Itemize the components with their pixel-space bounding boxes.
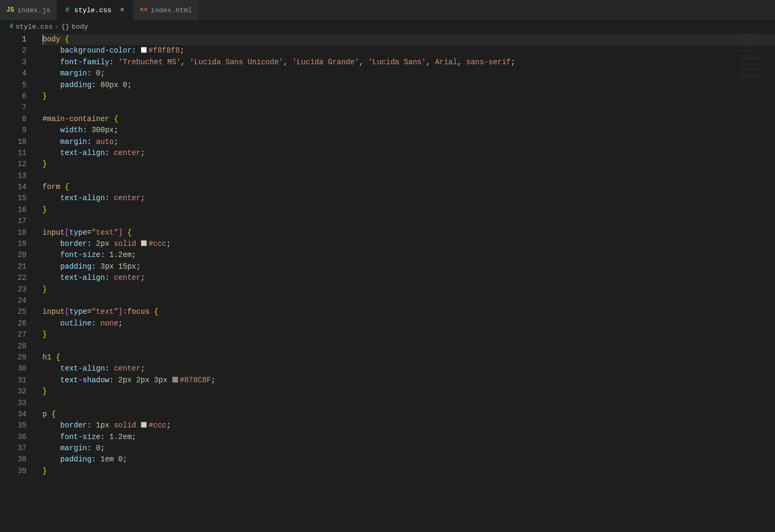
line-number: 11	[0, 148, 27, 159]
line-number: 17	[0, 216, 27, 227]
line-number: 19	[0, 238, 27, 250]
line-number: 7	[0, 102, 27, 113]
line-number: 16	[0, 204, 27, 216]
code-line[interactable]	[42, 102, 775, 113]
code-line[interactable]: background-color: #f8f8f8;	[42, 45, 775, 56]
breadcrumb[interactable]: # style.css › {} body	[0, 20, 775, 33]
code-line[interactable]: width: 300px;	[42, 125, 775, 136]
line-number: 8	[0, 114, 27, 125]
line-number: 37	[0, 443, 27, 454]
text-cursor	[42, 35, 43, 45]
code-line[interactable]: padding: 1em 0;	[42, 454, 775, 465]
code-line[interactable]: h1 {	[42, 352, 775, 363]
line-number: 38	[0, 454, 27, 465]
code-line[interactable]: border: 2px solid #ccc;	[42, 238, 775, 250]
code-line[interactable]: body {	[42, 34, 775, 45]
html-icon: <>	[140, 6, 147, 14]
line-number: 3	[0, 57, 27, 68]
gutter: 1234567891011121314151617181920212223242…	[0, 33, 36, 532]
breadcrumb-symbol: body	[72, 23, 88, 31]
line-number: 22	[0, 272, 27, 284]
line-number: 9	[0, 125, 27, 136]
code-line[interactable]: input[type="text"]:focus {	[42, 306, 775, 318]
line-number: 23	[0, 284, 27, 295]
line-number: 5	[0, 80, 27, 91]
code-line[interactable]	[42, 295, 775, 306]
line-number: 26	[0, 318, 27, 329]
line-number: 10	[0, 136, 27, 148]
code-line[interactable]	[42, 341, 775, 352]
css-icon: #	[64, 6, 71, 14]
code-line[interactable]: text-shadow: 2px 2px 3px #878C8F;	[42, 375, 775, 386]
tab-label: style.css	[74, 6, 111, 14]
line-number: 24	[0, 295, 27, 306]
code-line[interactable]: text-align: center;	[42, 148, 775, 159]
code-line[interactable]: margin: auto;	[42, 136, 775, 148]
tab-style-css[interactable]: # style.css ×	[57, 0, 134, 20]
code-line[interactable]: border: 1px solid #ccc;	[42, 420, 775, 431]
code-line[interactable]: }	[42, 159, 775, 170]
js-icon: JS	[6, 6, 14, 14]
tab-label: index.html	[151, 6, 192, 14]
line-number: 30	[0, 363, 27, 374]
code-line[interactable]: padding: 80px 0;	[42, 80, 775, 91]
minimap[interactable]	[736, 33, 768, 532]
tab-bar: JS index.js # style.css × <> index.html	[0, 0, 775, 20]
css-icon: #	[10, 23, 13, 30]
code-line[interactable]: form {	[42, 182, 775, 193]
line-number: 27	[0, 329, 27, 340]
line-number: 20	[0, 250, 27, 261]
line-number: 12	[0, 159, 27, 170]
code-line[interactable]: }	[42, 284, 775, 295]
code-line[interactable]: font-family: 'Trebuchet MS', 'Lucida San…	[42, 57, 775, 68]
line-number: 25	[0, 306, 27, 318]
line-number: 1	[0, 34, 27, 45]
line-number: 36	[0, 432, 27, 443]
line-number: 28	[0, 341, 27, 352]
line-number: 2	[0, 45, 27, 56]
code-line[interactable]: padding: 3px 15px;	[42, 261, 775, 272]
code-line[interactable]: margin: 0;	[42, 443, 775, 454]
code-line[interactable]: font-size: 1.2em;	[42, 250, 775, 261]
line-number: 32	[0, 386, 27, 397]
code-line[interactable]	[42, 398, 775, 409]
line-number: 33	[0, 398, 27, 409]
line-number: 21	[0, 261, 27, 272]
line-number: 4	[0, 68, 27, 79]
code-line[interactable]: font-size: 1.2em;	[42, 432, 775, 443]
code-line[interactable]: #main-container {	[42, 114, 775, 125]
line-number: 29	[0, 352, 27, 363]
code-area[interactable]: body { background-color: #f8f8f8; font-f…	[36, 33, 775, 532]
code-line[interactable]: p {	[42, 409, 775, 420]
editor[interactable]: 1234567891011121314151617181920212223242…	[0, 33, 775, 532]
line-number: 31	[0, 375, 27, 386]
tab-label: index.js	[17, 6, 50, 14]
minimap-content	[736, 33, 768, 97]
code-line[interactable]: text-align: center;	[42, 272, 775, 284]
line-number: 35	[0, 420, 27, 431]
line-number: 18	[0, 227, 27, 238]
chevron-right-icon: ›	[55, 23, 59, 31]
line-number: 14	[0, 182, 27, 193]
code-line[interactable]: input[type="text"] {	[42, 227, 775, 238]
code-line[interactable]: }	[42, 386, 775, 397]
close-icon[interactable]: ×	[118, 6, 126, 14]
code-line[interactable]: text-align: center;	[42, 193, 775, 204]
line-number: 6	[0, 91, 27, 102]
code-line[interactable]: }	[42, 91, 775, 102]
code-line[interactable]: }	[42, 466, 775, 477]
code-line[interactable]: }	[42, 204, 775, 216]
tab-index-html[interactable]: <> index.html	[133, 0, 199, 20]
code-line[interactable]	[42, 216, 775, 227]
line-number: 13	[0, 170, 27, 182]
tab-index-js[interactable]: JS index.js	[0, 0, 57, 20]
line-number: 34	[0, 409, 27, 420]
code-line[interactable]: text-align: center;	[42, 363, 775, 374]
code-line[interactable]: }	[42, 329, 775, 340]
code-line[interactable]: outline: none;	[42, 318, 775, 329]
code-line[interactable]	[42, 170, 775, 182]
code-line[interactable]: margin: 0;	[42, 68, 775, 79]
symbol-icon: {}	[61, 23, 70, 31]
breadcrumb-file: style.css	[15, 23, 53, 31]
line-number: 15	[0, 193, 27, 204]
